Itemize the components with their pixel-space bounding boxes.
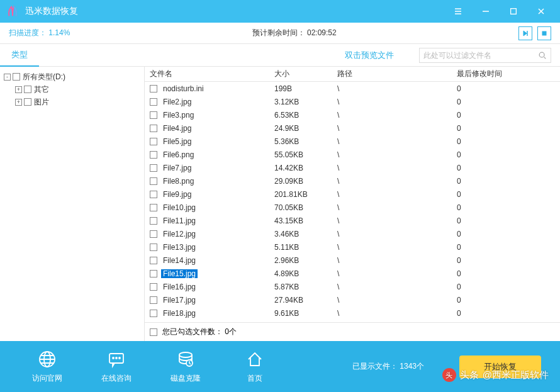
- titlebar: 迅米数据恢复: [0, 0, 560, 23]
- file-name: File14.jpg: [161, 256, 198, 265]
- tree-checkbox[interactable]: [24, 98, 31, 106]
- skip-button[interactable]: [518, 26, 532, 40]
- home-label: 首页: [247, 373, 262, 384]
- clone-label: 磁盘克隆: [171, 373, 201, 384]
- table-row[interactable]: File12.jpg3.46KB\0: [145, 227, 560, 240]
- search-input[interactable]: [423, 51, 538, 60]
- table-row[interactable]: nodisturb.ini199B\0: [145, 82, 560, 95]
- svg-point-7: [116, 357, 117, 359]
- table-row[interactable]: File5.jpg5.36KB\0: [145, 135, 560, 148]
- shown-label: 已显示文件：: [352, 362, 398, 371]
- file-name: File16.jpg: [161, 283, 198, 291]
- minimize-button[interactable]: [472, 0, 500, 23]
- file-list[interactable]: nodisturb.ini199B\0File2.jpg3.12KB\0File…: [145, 82, 560, 322]
- bottom-bar: 访问官网 在线咨询 磁盘克隆 首页 已显示文件： 1343个 开始恢复: [0, 341, 560, 392]
- table-row[interactable]: File11.jpg43.15KB\0: [145, 214, 560, 227]
- table-row[interactable]: File4.jpg24.9KB\0: [145, 121, 560, 135]
- table-row[interactable]: File14.jpg2.96KB\0: [145, 254, 560, 267]
- row-checkbox[interactable]: [150, 85, 157, 92]
- row-checkbox[interactable]: [150, 204, 157, 211]
- table-row[interactable]: File6.png55.05KB\0: [145, 148, 560, 161]
- col-size[interactable]: 大小: [274, 69, 337, 79]
- clone-button[interactable]: 磁盘克隆: [151, 349, 220, 384]
- table-row[interactable]: File18.jpg9.61KB\0: [145, 306, 560, 320]
- website-label: 访问官网: [32, 373, 62, 384]
- file-name: File3.png: [161, 111, 196, 120]
- table-row[interactable]: File15.jpg4.89KB\0: [145, 267, 560, 280]
- file-path: \: [337, 216, 457, 225]
- file-time: 0: [457, 177, 560, 186]
- table-row[interactable]: File7.jpg14.42KB\0: [145, 161, 560, 174]
- row-checkbox[interactable]: [150, 270, 157, 277]
- website-button[interactable]: 访问官网: [13, 349, 82, 384]
- col-time[interactable]: 最后修改时间: [457, 69, 560, 79]
- tree-checkbox[interactable]: [24, 86, 31, 93]
- recover-button[interactable]: 开始恢复: [459, 356, 541, 378]
- tree-checkbox[interactable]: [13, 73, 20, 81]
- row-checkbox[interactable]: [150, 296, 157, 304]
- file-size: 199B: [274, 84, 337, 93]
- file-path: \: [337, 190, 457, 199]
- file-path: \: [337, 150, 457, 159]
- file-time: 0: [457, 230, 560, 238]
- row-checkbox[interactable]: [150, 111, 157, 119]
- row-checkbox[interactable]: [150, 244, 157, 251]
- file-time: 0: [457, 296, 560, 305]
- file-time: 0: [457, 283, 560, 291]
- table-row[interactable]: File8.png29.09KB\0: [145, 174, 560, 188]
- row-checkbox[interactable]: [150, 98, 157, 106]
- row-checkbox[interactable]: [150, 151, 157, 159]
- row-checkbox[interactable]: [150, 177, 157, 185]
- row-checkbox[interactable]: [150, 191, 157, 198]
- row-checkbox[interactable]: [150, 217, 157, 225]
- file-time: 0: [457, 124, 560, 133]
- file-name: File10.jpg: [161, 203, 198, 212]
- table-row[interactable]: File2.jpg3.12KB\0: [145, 95, 560, 108]
- file-name: File2.jpg: [161, 98, 193, 106]
- close-button[interactable]: [527, 0, 555, 23]
- stop-button[interactable]: [537, 26, 551, 40]
- col-name[interactable]: 文件名: [145, 69, 274, 79]
- file-name: File6.png: [161, 150, 196, 159]
- maximize-button[interactable]: [500, 0, 527, 23]
- chat-button[interactable]: 在线咨询: [82, 349, 151, 384]
- table-row[interactable]: File10.jpg70.05KB\0: [145, 201, 560, 214]
- row-checkbox[interactable]: [150, 310, 157, 317]
- row-checkbox[interactable]: [150, 283, 157, 291]
- menu-button[interactable]: [444, 0, 472, 23]
- tree-panel: - 所有类型(D:) + 其它 + 图片: [0, 67, 145, 341]
- table-row[interactable]: File9.jpg201.81KB\0: [145, 188, 560, 201]
- svg-point-6: [113, 357, 114, 359]
- search-box[interactable]: [419, 48, 551, 63]
- table-row[interactable]: File13.jpg5.11KB\0: [145, 240, 560, 254]
- file-size: 55.05KB: [274, 150, 337, 159]
- row-checkbox[interactable]: [150, 125, 157, 132]
- file-path: \: [337, 98, 457, 106]
- row-checkbox[interactable]: [150, 257, 157, 264]
- select-all-checkbox[interactable]: [150, 328, 157, 336]
- file-size: 201.81KB: [274, 190, 337, 199]
- table-row[interactable]: File3.png6.53KB\0: [145, 108, 560, 121]
- file-path: \: [337, 296, 457, 305]
- col-path[interactable]: 路径: [337, 69, 457, 79]
- tree-item-image[interactable]: + 图片: [3, 96, 142, 108]
- home-button[interactable]: 首页: [220, 349, 289, 384]
- expand-icon[interactable]: +: [15, 99, 22, 106]
- table-row[interactable]: File16.jpg5.87KB\0: [145, 280, 560, 293]
- file-time: 0: [457, 269, 560, 278]
- expand-icon[interactable]: +: [15, 86, 22, 93]
- progress-value: 1.14%: [48, 28, 70, 37]
- file-size: 27.94KB: [274, 296, 337, 305]
- tree-item-other[interactable]: + 其它: [3, 83, 142, 96]
- file-size: 9.61KB: [274, 309, 337, 318]
- row-checkbox[interactable]: [150, 230, 157, 238]
- row-checkbox[interactable]: [150, 138, 157, 145]
- file-header: 文件名 大小 路径 最后修改时间: [145, 67, 560, 82]
- row-checkbox[interactable]: [150, 164, 157, 172]
- file-path: \: [337, 203, 457, 212]
- svg-rect-0: [511, 9, 517, 14]
- tab-type[interactable]: 类型: [0, 44, 39, 67]
- collapse-icon[interactable]: -: [4, 74, 11, 81]
- tree-root[interactable]: - 所有类型(D:): [3, 70, 142, 83]
- table-row[interactable]: File17.jpg27.94KB\0: [145, 293, 560, 306]
